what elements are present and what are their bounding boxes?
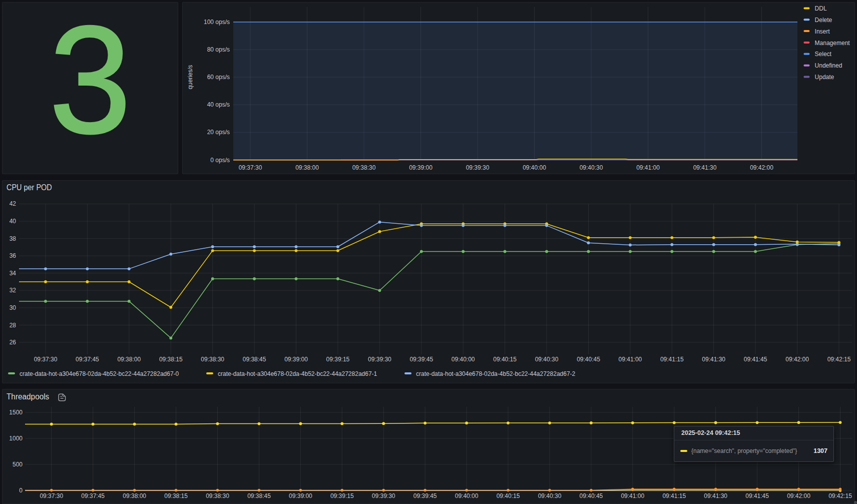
svg-text:09:41:00: 09:41:00 — [636, 164, 660, 171]
svg-text:DDL: DDL — [815, 5, 827, 12]
svg-text:100 ops/s: 100 ops/s — [204, 19, 230, 26]
svg-text:09:39:00: 09:39:00 — [409, 164, 433, 171]
svg-text:Delete: Delete — [815, 17, 832, 24]
svg-text:09:38:45: 09:38:45 — [247, 492, 271, 499]
svg-text:36: 36 — [10, 252, 17, 259]
svg-text:09:42:00: 09:42:00 — [787, 492, 810, 499]
svg-text:0: 0 — [19, 487, 23, 494]
svg-text:28: 28 — [10, 322, 17, 329]
svg-text:30: 30 — [10, 304, 17, 311]
svg-text:09:39:30: 09:39:30 — [372, 492, 395, 499]
svg-text:crate-data-hot-a304e678-02da-4: crate-data-hot-a304e678-02da-4b52-bc22-4… — [218, 370, 377, 377]
svg-text:09:38:00: 09:38:00 — [295, 164, 319, 171]
svg-text:09:39:00: 09:39:00 — [284, 356, 308, 363]
svg-text:Undefined: Undefined — [815, 62, 842, 69]
svg-text:34: 34 — [10, 270, 17, 277]
svg-text:09:39:30: 09:39:30 — [368, 356, 391, 363]
svg-text:09:40:00: 09:40:00 — [452, 356, 475, 363]
svg-text:40 ops/s: 40 ops/s — [207, 101, 230, 108]
svg-text:09:39:15: 09:39:15 — [326, 356, 350, 363]
svg-text:09:41:30: 09:41:30 — [704, 492, 727, 499]
svg-text:Insert: Insert — [815, 28, 830, 35]
svg-text:40: 40 — [10, 218, 17, 225]
svg-text:09:37:30: 09:37:30 — [34, 356, 58, 363]
svg-text:09:40:00: 09:40:00 — [455, 492, 479, 499]
svg-text:26: 26 — [10, 339, 17, 346]
svg-text:09:38:30: 09:38:30 — [206, 492, 229, 499]
svg-text:500: 500 — [13, 461, 23, 468]
svg-text:42: 42 — [10, 200, 17, 207]
svg-text:CPU per POD: CPU per POD — [7, 183, 52, 192]
svg-text:09:39:15: 09:39:15 — [330, 492, 354, 499]
svg-text:09:38:30: 09:38:30 — [352, 164, 376, 171]
svg-text:09:41:45: 09:41:45 — [745, 492, 769, 499]
svg-text:09:41:15: 09:41:15 — [662, 492, 686, 499]
svg-text:09:41:00: 09:41:00 — [619, 356, 642, 363]
svg-text:09:38:00: 09:38:00 — [123, 492, 146, 499]
svg-text:80 ops/s: 80 ops/s — [207, 46, 230, 53]
svg-text:09:40:30: 09:40:30 — [535, 356, 559, 363]
svg-text:09:42:15: 09:42:15 — [828, 492, 852, 499]
svg-text:09:38:30: 09:38:30 — [201, 356, 224, 363]
svg-text:0 ops/s: 0 ops/s — [210, 157, 230, 164]
svg-text:Update: Update — [815, 74, 834, 81]
svg-text:09:39:30: 09:39:30 — [466, 164, 490, 171]
svg-text:09:40:45: 09:40:45 — [580, 492, 603, 499]
svg-text:09:42:15: 09:42:15 — [827, 356, 851, 363]
svg-text:Management: Management — [815, 40, 850, 47]
svg-text:60 ops/s: 60 ops/s — [207, 74, 230, 81]
svg-text:Select: Select — [815, 51, 832, 58]
svg-text:1500: 1500 — [9, 409, 23, 416]
svg-text:queries/s: queries/s — [187, 65, 194, 90]
svg-text:09:41:15: 09:41:15 — [660, 356, 684, 363]
svg-text:09:37:30: 09:37:30 — [239, 164, 262, 171]
svg-text:09:40:00: 09:40:00 — [523, 164, 546, 171]
svg-text:09:41:00: 09:41:00 — [621, 492, 644, 499]
svg-text:09:38:45: 09:38:45 — [243, 356, 266, 363]
svg-text:crate-data-hot-a304e678-02da-4: crate-data-hot-a304e678-02da-4b52-bc22-4… — [416, 370, 576, 377]
svg-text:09:41:30: 09:41:30 — [702, 356, 725, 363]
svg-text:20 ops/s: 20 ops/s — [207, 129, 230, 136]
svg-text:09:37:45: 09:37:45 — [76, 356, 99, 363]
svg-text:09:37:30: 09:37:30 — [40, 492, 63, 499]
svg-text:Threadpools: Threadpools — [7, 392, 49, 401]
svg-text:09:37:45: 09:37:45 — [81, 492, 105, 499]
svg-text:32: 32 — [10, 287, 17, 294]
svg-text:09:42:00: 09:42:00 — [750, 164, 773, 171]
svg-text:09:39:00: 09:39:00 — [289, 492, 312, 499]
svg-text:09:42:00: 09:42:00 — [785, 356, 809, 363]
svg-text:09:41:30: 09:41:30 — [693, 164, 717, 171]
svg-text:09:40:30: 09:40:30 — [580, 164, 603, 171]
svg-text:09:38:00: 09:38:00 — [117, 356, 141, 363]
svg-text:09:40:30: 09:40:30 — [538, 492, 562, 499]
svg-text:crate-data-hot-a304e678-02da-4: crate-data-hot-a304e678-02da-4b52-bc22-4… — [20, 370, 179, 377]
svg-text:38: 38 — [10, 235, 17, 242]
svg-text:09:38:15: 09:38:15 — [164, 492, 188, 499]
svg-text:09:40:15: 09:40:15 — [497, 492, 520, 499]
svg-text:09:40:15: 09:40:15 — [493, 356, 517, 363]
svg-text:09:39:45: 09:39:45 — [409, 356, 433, 363]
svg-text:09:41:45: 09:41:45 — [744, 356, 767, 363]
svg-text:09:40:45: 09:40:45 — [577, 356, 600, 363]
svg-text:09:39:45: 09:39:45 — [413, 492, 437, 499]
svg-text:09:38:15: 09:38:15 — [159, 356, 183, 363]
svg-text:1000: 1000 — [9, 435, 23, 442]
